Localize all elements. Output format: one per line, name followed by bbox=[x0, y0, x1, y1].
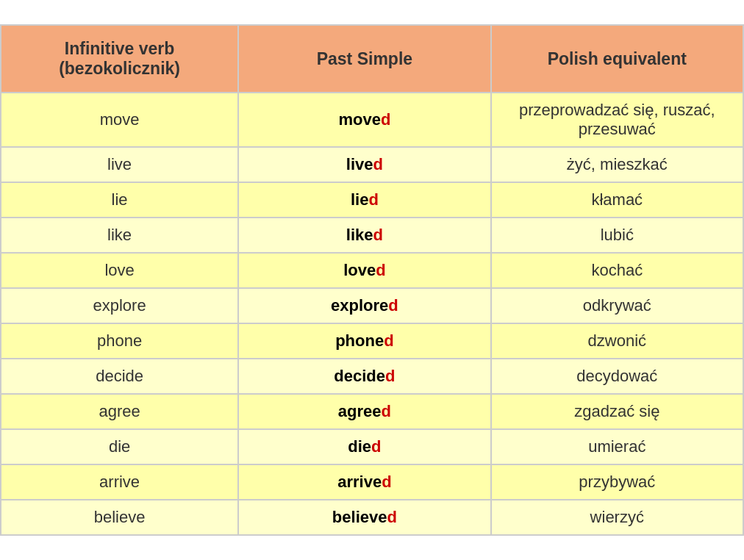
past-simple-cell: decided bbox=[238, 359, 490, 394]
ps-base: arrive bbox=[337, 473, 382, 491]
ps-suffix: d bbox=[373, 155, 383, 173]
past-simple-cell: liked bbox=[238, 218, 490, 253]
ps-base: lie bbox=[351, 190, 368, 209]
table-row: phonephoneddzwonić bbox=[1, 323, 743, 359]
table-row: believebelievedwierzyć bbox=[1, 500, 743, 535]
polish-cell: decydować bbox=[491, 359, 743, 394]
ps-base: decide bbox=[334, 367, 385, 385]
past-simple-cell: moved bbox=[238, 93, 490, 147]
ps-suffix: d bbox=[373, 226, 383, 244]
main-table-wrapper: Infinitive verb (bezokolicznik) Past Sim… bbox=[0, 24, 744, 536]
infinitive-cell: live bbox=[1, 147, 238, 182]
past-simple-cell: lived bbox=[238, 147, 490, 182]
infinitive-cell: die bbox=[1, 429, 238, 464]
ps-base: like bbox=[346, 226, 373, 244]
past-simple-cell: believed bbox=[238, 500, 490, 535]
ps-suffix: d bbox=[381, 110, 390, 129]
table-row: diediedumierać bbox=[1, 429, 743, 464]
table-row: lieliedkłamać bbox=[1, 182, 743, 218]
infinitive-cell: believe bbox=[1, 500, 238, 535]
header-polish: Polish equivalent bbox=[491, 25, 743, 93]
table-body: movemovedprzeprowadzać się, ruszać, prze… bbox=[1, 93, 743, 535]
polish-cell: przybywać bbox=[491, 464, 743, 500]
polish-cell: lubić bbox=[491, 218, 743, 253]
header-row: Infinitive verb (bezokolicznik) Past Sim… bbox=[1, 25, 743, 93]
infinitive-cell: explore bbox=[1, 288, 238, 323]
ps-base: move bbox=[338, 110, 380, 129]
ps-suffix: d bbox=[382, 402, 391, 420]
ps-base: live bbox=[346, 155, 373, 173]
polish-cell: wierzyć bbox=[491, 500, 743, 535]
ps-base: explore bbox=[331, 296, 388, 315]
infinitive-cell: lie bbox=[1, 182, 238, 218]
infinitive-cell: move bbox=[1, 93, 238, 147]
ps-base: phone bbox=[335, 331, 384, 350]
ps-suffix: d bbox=[387, 508, 396, 526]
table-row: decidedecideddecydować bbox=[1, 359, 743, 394]
header-infinitive-line2: (bezokolicznik) bbox=[59, 59, 180, 78]
ps-base: die bbox=[348, 437, 371, 456]
polish-cell: odkrywać bbox=[491, 288, 743, 323]
table-row: arrivearrivedprzybywać bbox=[1, 464, 743, 500]
past-simple-cell: phoned bbox=[238, 323, 490, 359]
table-row: agreeagreedzgadzać się bbox=[1, 394, 743, 429]
ps-suffix: d bbox=[368, 190, 378, 209]
table-row: movemovedprzeprowadzać się, ruszać, prze… bbox=[1, 93, 743, 147]
ps-base: agree bbox=[338, 402, 382, 420]
past-simple-cell: lied bbox=[238, 182, 490, 218]
ps-suffix: d bbox=[384, 331, 393, 350]
ps-suffix: d bbox=[382, 473, 391, 491]
ps-base: love bbox=[343, 261, 376, 279]
ps-suffix: d bbox=[388, 296, 398, 315]
polish-cell: żyć, mieszkać bbox=[491, 147, 743, 182]
polish-cell: kłamać bbox=[491, 182, 743, 218]
ps-suffix: d bbox=[371, 437, 381, 456]
past-simple-cell: explored bbox=[238, 288, 490, 323]
header-infinitive: Infinitive verb (bezokolicznik) bbox=[1, 25, 238, 93]
ps-suffix: d bbox=[385, 367, 395, 385]
past-simple-cell: arrived bbox=[238, 464, 490, 500]
ps-suffix: d bbox=[376, 261, 385, 279]
header-infinitive-line1: Infinitive verb bbox=[65, 39, 175, 58]
header-past-simple: Past Simple bbox=[238, 25, 490, 93]
infinitive-cell: phone bbox=[1, 323, 238, 359]
infinitive-cell: like bbox=[1, 218, 238, 253]
table-row: lovelovedkochać bbox=[1, 253, 743, 288]
past-simple-cell: loved bbox=[238, 253, 490, 288]
infinitive-cell: love bbox=[1, 253, 238, 288]
polish-cell: przeprowadzać się, ruszać, przesuwać bbox=[491, 93, 743, 147]
infinitive-cell: arrive bbox=[1, 464, 238, 500]
ps-base: believe bbox=[332, 508, 387, 526]
table-row: exploreexploredodkrywać bbox=[1, 288, 743, 323]
polish-cell: umierać bbox=[491, 429, 743, 464]
polish-cell: dzwonić bbox=[491, 323, 743, 359]
past-simple-cell: agreed bbox=[238, 394, 490, 429]
verb-table: Infinitive verb (bezokolicznik) Past Sim… bbox=[0, 24, 744, 536]
polish-cell: zgadzać się bbox=[491, 394, 743, 429]
past-simple-cell: died bbox=[238, 429, 490, 464]
table-row: livelivedżyć, mieszkać bbox=[1, 147, 743, 182]
table-row: likelikedlubić bbox=[1, 218, 743, 253]
polish-cell: kochać bbox=[491, 253, 743, 288]
infinitive-cell: agree bbox=[1, 394, 238, 429]
infinitive-cell: decide bbox=[1, 359, 238, 394]
